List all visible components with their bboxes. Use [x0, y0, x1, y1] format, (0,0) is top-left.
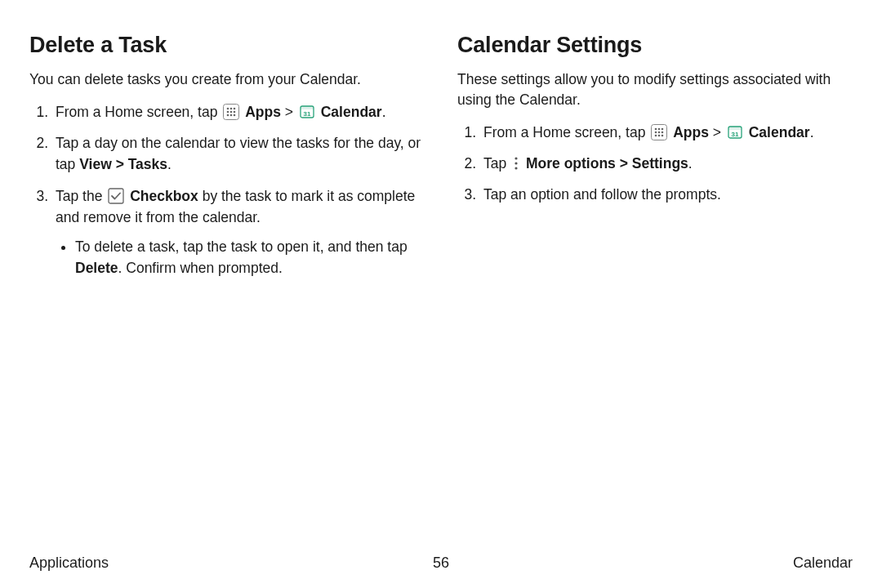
intro-calendar-settings: These settings allow you to modify setti… — [457, 69, 853, 110]
apps-grid-icon — [651, 124, 667, 140]
text: . — [167, 156, 172, 172]
svg-rect-13 — [109, 189, 123, 203]
calendar-icon: 31 — [299, 104, 315, 120]
step-3: Tap the Checkbox by the task to mark it … — [52, 185, 425, 279]
svg-point-16 — [658, 127, 661, 130]
checkbox-label: Checkbox — [130, 188, 198, 204]
text: . — [688, 155, 693, 172]
calendar-label: Calendar — [321, 104, 382, 120]
svg-point-7 — [227, 114, 229, 117]
settings-label: Settings — [632, 155, 688, 172]
heading-calendar-settings: Calendar Settings — [457, 33, 853, 58]
sep: > — [281, 104, 297, 120]
text: . — [810, 124, 814, 140]
svg-point-18 — [655, 131, 657, 133]
sep: > — [616, 155, 632, 172]
left-column: Delete a Task You can delete tasks you c… — [29, 33, 441, 539]
apps-grid-icon — [223, 104, 239, 120]
step-3: Tap an option and follow the prompts. — [480, 184, 853, 205]
svg-point-3 — [234, 108, 236, 110]
view-tasks-label: View > Tasks — [79, 156, 167, 172]
more-options-icon — [512, 155, 520, 172]
svg-point-8 — [230, 114, 233, 117]
text: From a Home screen, tap — [483, 124, 649, 140]
svg-text:31: 31 — [303, 110, 310, 118]
svg-rect-25 — [728, 127, 742, 130]
sub-bullets: To delete a task, tap the task to open i… — [56, 236, 425, 279]
footer-page-number: 56 — [29, 555, 853, 572]
step-1: From a Home screen, tap Apps > 31 — [480, 122, 853, 143]
svg-point-6 — [234, 111, 236, 114]
svg-point-4 — [227, 111, 229, 114]
checkbox-icon — [108, 188, 124, 204]
step-1: From a Home screen, tap Apps > 31 — [52, 101, 425, 122]
svg-text:31: 31 — [731, 131, 738, 138]
svg-point-1 — [227, 108, 229, 110]
svg-point-27 — [514, 157, 517, 159]
svg-point-17 — [662, 127, 664, 130]
step-2: Tap a day on the calendar to view the ta… — [52, 132, 425, 176]
page-footer: Applications 56 Calendar — [29, 555, 853, 572]
sub-bullet-1: To delete a task, tap the task to open i… — [75, 236, 425, 279]
svg-point-9 — [234, 114, 236, 117]
svg-point-29 — [514, 167, 517, 169]
page-content: Delete a Task You can delete tasks you c… — [0, 0, 882, 539]
svg-point-15 — [655, 127, 657, 130]
apps-label: Apps — [245, 104, 281, 120]
svg-point-20 — [662, 131, 664, 133]
steps-delete-task: From a Home screen, tap Apps > 31 — [29, 101, 425, 279]
text: . Confirm when prompted. — [118, 260, 283, 276]
svg-point-22 — [658, 134, 661, 136]
text: Tap — [483, 155, 510, 172]
step-2: Tap More options > Settings. — [480, 153, 853, 174]
svg-point-23 — [662, 134, 664, 136]
svg-point-5 — [230, 111, 233, 114]
text: From a Home screen, tap — [56, 104, 221, 120]
delete-label: Delete — [75, 260, 118, 276]
text: . — [382, 104, 386, 120]
calendar-label: Calendar — [749, 124, 810, 140]
svg-point-28 — [514, 162, 517, 164]
svg-point-21 — [655, 134, 657, 136]
heading-delete-task: Delete a Task — [29, 33, 425, 58]
steps-calendar-settings: From a Home screen, tap Apps > 31 — [457, 122, 853, 206]
svg-point-19 — [658, 131, 661, 133]
apps-label: Apps — [673, 124, 709, 140]
calendar-icon: 31 — [727, 124, 743, 140]
right-column: Calendar Settings These settings allow y… — [441, 33, 853, 539]
svg-rect-11 — [301, 106, 314, 109]
intro-delete-task: You can delete tasks you create from you… — [29, 69, 425, 90]
sep: > — [709, 124, 725, 140]
text: Tap the — [56, 188, 106, 204]
text: To delete a task, tap the task to open i… — [75, 238, 408, 255]
more-options-label: More options — [526, 155, 616, 172]
svg-point-2 — [230, 108, 233, 110]
